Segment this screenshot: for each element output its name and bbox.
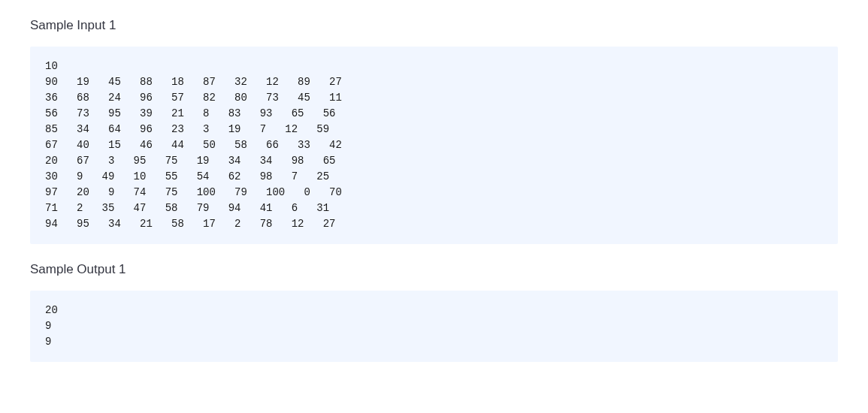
sample-output-title: Sample Output 1: [30, 262, 838, 277]
sample-output-section: Sample Output 1 20 9 9: [0, 262, 868, 362]
sample-output-code: 20 9 9: [30, 291, 838, 362]
sample-input-section: Sample Input 1 10 90 19 45 88 18 87 32 1…: [0, 18, 868, 244]
sample-input-code: 10 90 19 45 88 18 87 32 12 89 27 36 68 2…: [30, 47, 838, 244]
sample-input-title: Sample Input 1: [30, 18, 838, 33]
